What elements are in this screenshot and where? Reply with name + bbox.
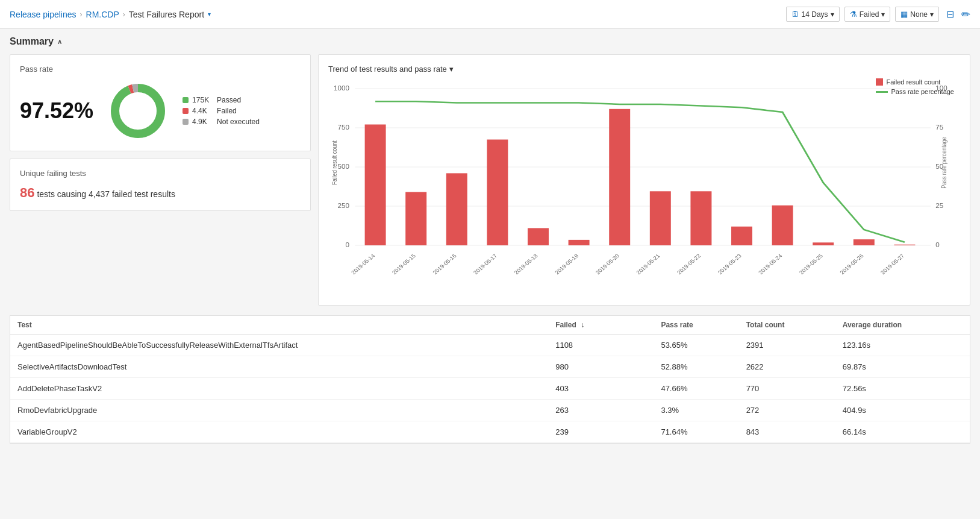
legend-pass-rate-line: Pass rate percentage: [876, 88, 954, 95]
summary-chevron-icon: ∧: [57, 38, 62, 46]
col-avg-duration: Average duration: [835, 316, 970, 335]
status-filter-chevron-icon: ▾: [881, 10, 885, 19]
svg-text:2019-05-25: 2019-05-25: [798, 253, 824, 275]
test-name-2: AddDeletePhaseTaskV2: [10, 378, 548, 400]
svg-text:1000: 1000: [334, 85, 349, 92]
group-filter-chevron-icon: ▾: [930, 10, 934, 19]
top-actions: 🗓 14 Days ▾ ⚗ Failed ▾ ▦ None ▾ ⊟ ✏: [786, 6, 970, 22]
bar-5: [569, 240, 590, 245]
failed-0: 1108: [548, 335, 627, 356]
chart-title-chevron-icon[interactable]: ▾: [449, 64, 454, 74]
days-filter-chevron-icon: ▾: [831, 10, 834, 19]
empty-4: [628, 421, 654, 443]
pass-rate-value: 97.52%: [20, 98, 93, 124]
breadcrumb: Release pipelines › RM.CDP › Test Failur…: [10, 10, 211, 19]
pass-rate-1: 52.88%: [654, 356, 738, 378]
test-name-1: SelectiveArtifactsDownloadTest: [10, 356, 548, 378]
legend-failed: 4.4K Failed: [183, 107, 260, 115]
bar-6: [609, 109, 630, 245]
test-results-table: Test Failed ↓ Pass rate Total count Aver…: [10, 316, 970, 443]
failed-dot: [183, 108, 189, 114]
bar-9: [731, 227, 752, 245]
unique-count: 86: [20, 185, 34, 200]
status-filter-label: Failed: [860, 10, 879, 19]
svg-text:Pass rate percentage: Pass rate percentage: [940, 137, 947, 188]
col-empty: [628, 316, 654, 335]
bar-1: [405, 192, 426, 245]
col-total: Total count: [739, 316, 835, 335]
svg-text:75: 75: [935, 124, 943, 131]
breadcrumb-sep2: ›: [123, 10, 125, 19]
passed-count: 175K: [192, 96, 213, 104]
svg-text:0: 0: [345, 242, 349, 248]
col-pass-rate: Pass rate: [654, 316, 738, 335]
breadcrumb-rm-cdp[interactable]: RM.CDP: [86, 10, 119, 19]
svg-text:2019-05-20: 2019-05-20: [595, 253, 620, 275]
bar-0: [365, 125, 386, 246]
failed-4: 239: [548, 421, 627, 443]
chart-svg: 1000 750 500 250 0 100 75 50 25 0 Failed…: [328, 78, 960, 295]
bar-12: [854, 239, 875, 245]
unique-title: Unique failing tests: [20, 169, 301, 178]
unique-failing-card: Unique failing tests 86 tests causing 4,…: [10, 159, 311, 211]
legend-passed: 175K Passed: [183, 96, 260, 104]
svg-text:750: 750: [338, 124, 349, 131]
pass-rate-line-label: Pass rate percentage: [891, 88, 954, 95]
summary-section-header[interactable]: Summary ∧: [10, 36, 970, 47]
bar-8: [690, 191, 711, 245]
top-bar: Release pipelines › RM.CDP › Test Failur…: [0, 0, 980, 29]
filter-button[interactable]: ⊟: [944, 6, 957, 22]
legend-failed-bar: Failed result count: [876, 78, 954, 86]
svg-text:2019-05-21: 2019-05-21: [635, 253, 661, 275]
total-1: 2622: [739, 356, 835, 378]
pass-rate-0: 53.65%: [654, 335, 738, 356]
pass-rate-line-icon: [876, 91, 888, 93]
failed-3: 263: [548, 400, 627, 421]
sort-icon: ↓: [581, 321, 584, 329]
svg-text:2019-05-19: 2019-05-19: [554, 253, 579, 275]
status-filter-button[interactable]: ⚗ Failed ▾: [844, 7, 891, 22]
total-4: 843: [739, 421, 835, 443]
pass-rate-4: 71.64%: [654, 421, 738, 443]
chart-legend: Failed result count Pass rate percentage: [876, 78, 954, 95]
test-name-3: RmoDevfabricUpgrade: [10, 400, 548, 421]
svg-text:2019-05-16: 2019-05-16: [431, 253, 457, 275]
table-row: SelectiveArtifactsDownloadTest 980 52.88…: [10, 356, 970, 378]
svg-text:500: 500: [338, 163, 349, 170]
breadcrumb-sep1: ›: [80, 10, 83, 19]
svg-text:Failed result count: Failed result count: [331, 140, 338, 185]
filter-icon: ⊟: [946, 9, 954, 19]
total-3: 272: [739, 400, 835, 421]
days-filter-label: 14 Days: [802, 10, 828, 19]
summary-row: Pass rate 97.52%: [10, 54, 970, 306]
svg-text:25: 25: [935, 203, 943, 209]
unique-body: 86 tests causing 4,437 failed test resul…: [20, 185, 301, 201]
table-container: Test Failed ↓ Pass rate Total count Aver…: [10, 315, 970, 444]
failed-count: 4.4K: [192, 107, 213, 115]
col-failed[interactable]: Failed ↓: [548, 316, 627, 335]
avg-duration-2: 72.56s: [835, 378, 970, 400]
bar-2: [446, 173, 467, 245]
empty-3: [628, 400, 654, 421]
empty-0: [628, 335, 654, 356]
svg-text:2019-05-18: 2019-05-18: [513, 253, 539, 275]
svg-text:2019-05-15: 2019-05-15: [391, 253, 417, 275]
pencil-icon: ✏: [961, 8, 970, 20]
edit-icon-button[interactable]: ✏: [961, 8, 970, 21]
total-0: 2391: [739, 335, 835, 356]
group-filter-label: None: [910, 10, 928, 19]
table-body: AgentBasedPipelineShouldBeAbleToSuccessf…: [10, 335, 970, 443]
not-executed-dot: [183, 119, 189, 125]
test-name-4: VariableGroupV2: [10, 421, 548, 443]
pass-rate-body: 97.52% 17: [20, 81, 301, 141]
breadcrumb-chevron-icon[interactable]: ▾: [208, 11, 211, 17]
breadcrumb-release-pipelines[interactable]: Release pipelines: [10, 10, 76, 19]
days-filter-button[interactable]: 🗓 14 Days ▾: [786, 7, 840, 22]
group-filter-button[interactable]: ▦ None ▾: [895, 7, 939, 22]
table-header-row: Test Failed ↓ Pass rate Total count Aver…: [10, 316, 970, 335]
legend-not-executed: 4.9K Not executed: [183, 118, 260, 126]
failed-bar-label: Failed result count: [886, 78, 940, 86]
svg-point-3: [120, 93, 156, 129]
pass-rate-title: Pass rate: [20, 64, 301, 74]
failed-label: Failed: [217, 107, 237, 115]
